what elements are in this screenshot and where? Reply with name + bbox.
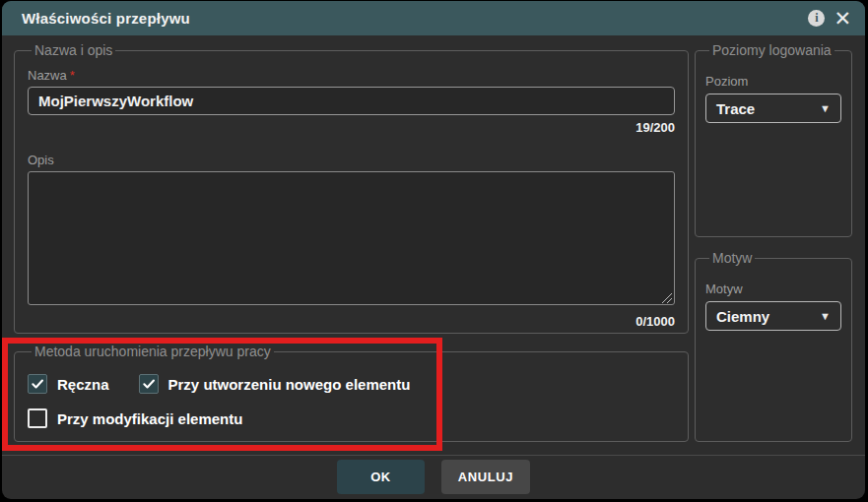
name-input[interactable]: [28, 87, 675, 115]
checkbox-on-create-label: Przy utworzeniu nowego elementu: [168, 376, 411, 393]
logging-level-value: Trace: [716, 100, 755, 117]
close-icon[interactable]: ✕: [834, 8, 851, 29]
launch-method-legend: Metoda uruchomienia przepływu pracy: [32, 344, 274, 359]
checkbox-row-2: Przy modyfikacji elementu: [28, 408, 675, 428]
cancel-button[interactable]: ANULUJ: [441, 460, 530, 494]
chevron-down-icon: ▼: [820, 310, 831, 322]
checkmark-icon: [142, 377, 156, 391]
ok-button[interactable]: OK: [337, 460, 425, 494]
checkbox-on-modify-box[interactable]: [28, 408, 47, 428]
theme-value: Ciemny: [716, 308, 769, 325]
required-asterisk: *: [70, 68, 75, 83]
footer-divider: [2, 455, 865, 456]
name-label: Nazwa*: [28, 68, 675, 83]
theme-select[interactable]: Ciemny ▼: [705, 301, 841, 331]
checkbox-on-modify-label: Przy modyfikacji elementu: [57, 410, 242, 427]
description-textarea-wrap: [28, 171, 675, 309]
dialog-titlebar: Właściwości przepływu i ✕: [2, 1, 865, 35]
logging-level-label: Poziom: [705, 74, 841, 89]
dialog-title: Właściwości przepływu: [22, 10, 190, 27]
logging-levels-section: Poziomy logowania Poziom Trace ▼: [695, 42, 852, 237]
chevron-down-icon: ▼: [820, 102, 831, 114]
description-label: Opis: [28, 153, 675, 167]
footer: OK ANULUJ: [2, 460, 865, 495]
name-description-section: Nazwa i opis Nazwa* 19/200 Opis 0/1000: [14, 42, 689, 334]
checkbox-on-modify[interactable]: Przy modyfikacji elementu: [28, 408, 242, 428]
checkbox-manual-label: Ręczna: [57, 376, 109, 393]
description-char-counter: 0/1000: [28, 314, 675, 329]
checkmark-icon: [31, 377, 44, 391]
titlebar-actions: i ✕: [808, 8, 851, 29]
info-icon[interactable]: i: [808, 10, 825, 27]
checkbox-on-create-box[interactable]: [139, 374, 159, 394]
theme-label: Motyw: [705, 282, 841, 296]
theme-section: Motyw Motyw Ciemny ▼: [695, 250, 852, 442]
checkbox-on-create[interactable]: Przy utworzeniu nowego elementu: [139, 374, 411, 394]
logging-levels-legend: Poziomy logowania: [709, 42, 835, 58]
name-description-legend: Nazwa i opis: [32, 42, 115, 58]
launch-method-section: Metoda uruchomienia przepływu pracy Ręcz…: [14, 344, 689, 442]
theme-legend: Motyw: [709, 250, 755, 266]
description-textarea[interactable]: [28, 171, 675, 305]
checkbox-row-1: Ręczna Przy utworzeniu nowego elementu: [28, 374, 675, 394]
logging-level-select[interactable]: Trace ▼: [705, 94, 841, 123]
flow-properties-dialog: Właściwości przepływu i ✕ Nazwa i opis N…: [2, 1, 865, 499]
checkbox-manual-box[interactable]: [28, 374, 47, 394]
name-char-counter: 19/200: [28, 120, 675, 135]
checkbox-manual[interactable]: Ręczna: [28, 374, 109, 394]
